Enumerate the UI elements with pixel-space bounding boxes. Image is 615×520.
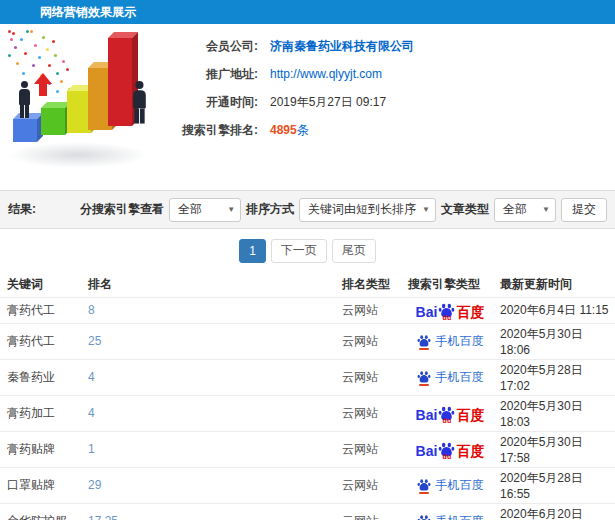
table-row: 膏药代工25云网站手机百度2020年5月30日 18:06 bbox=[0, 323, 615, 359]
growth-chart-clipart bbox=[0, 24, 170, 190]
rank-type-cell: 云网站 bbox=[338, 503, 404, 520]
baidu-logo-du: du bbox=[443, 417, 452, 424]
rank-cell: 1 bbox=[84, 431, 338, 467]
bar-blue bbox=[13, 119, 37, 142]
page-button-current[interactable]: 1 bbox=[239, 239, 266, 263]
rank-link[interactable]: 17,25 bbox=[88, 514, 118, 520]
chevron-down-icon: ▼ bbox=[227, 205, 235, 214]
company-label: 会员公司: bbox=[170, 38, 258, 55]
results-table: 关键词 排名 排名类型 搜索引擎类型 最新更新时间 膏药代工8云网站Baidu百… bbox=[0, 272, 615, 520]
filter-panel: 结果: 分搜索引擎查看 全部 ▼ 排序方式 关键词由短到长排序 ▼ 文章类型 全… bbox=[0, 190, 615, 229]
baidu-logo-bai: Bai bbox=[416, 305, 438, 319]
rank-type-cell: 云网站 bbox=[338, 395, 404, 431]
table-row: 膏药加工4云网站Baidu百度2020年5月30日 18:03 bbox=[0, 395, 615, 431]
mobile-baidu-label: 手机百度 bbox=[436, 513, 484, 520]
updated-cell: 2020年6月20日 09:25 bbox=[496, 503, 615, 520]
baidu-paw-icon bbox=[417, 478, 431, 492]
promo-url-link[interactable]: http://www.qlyyjt.com bbox=[270, 67, 382, 81]
header-engine-type: 搜索引擎类型 bbox=[404, 272, 496, 297]
baidu-paw-icon: du bbox=[438, 302, 455, 319]
page-button-next[interactable]: 下一页 bbox=[271, 239, 327, 263]
page-header: 网络营销效果展示 bbox=[0, 0, 615, 24]
promo-url-label: 推广地址: bbox=[170, 66, 258, 83]
chart-shadow bbox=[8, 142, 148, 168]
table-row: 膏药贴牌1云网站Baidu百度2020年5月30日 17:58 bbox=[0, 431, 615, 467]
info-row-ranking-count: 搜索引擎排名: 4895条 bbox=[170, 116, 615, 144]
rank-link[interactable]: 4 bbox=[88, 370, 95, 384]
chevron-down-icon: ▼ bbox=[542, 205, 550, 214]
mobile-baidu-badge: 手机百度 bbox=[417, 477, 484, 494]
page-button-last[interactable]: 尾页 bbox=[332, 239, 376, 263]
baidu-paw-icon bbox=[417, 370, 431, 384]
keyword-cell: 金华防护服 bbox=[0, 503, 84, 520]
rank-cell: 17,25 bbox=[84, 503, 338, 520]
updated-cell: 2020年5月28日 17:02 bbox=[496, 359, 615, 395]
updated-cell: 2020年6月4日 11:15 bbox=[496, 297, 615, 323]
article-type-select[interactable]: 全部 ▼ bbox=[494, 198, 556, 222]
baidu-paw-icon: du bbox=[438, 441, 455, 458]
baidu-logo: Baidu百度 bbox=[416, 405, 485, 422]
rank-cell: 4 bbox=[84, 359, 338, 395]
account-info-list: 会员公司: 济南秦鲁药业科技有限公司 推广地址: http://www.qlyy… bbox=[170, 24, 615, 190]
sort-label: 排序方式 bbox=[246, 201, 294, 218]
updated-cell: 2020年5月30日 18:06 bbox=[496, 323, 615, 359]
info-row-open-time: 开通时间: 2019年5月27日 09:17 bbox=[170, 88, 615, 116]
keyword-cell: 口罩贴牌 bbox=[0, 467, 84, 503]
baidu-paw-icon bbox=[417, 514, 431, 520]
baidu-logo: Baidu百度 bbox=[416, 441, 485, 458]
baidu-paw-icon bbox=[417, 334, 431, 348]
page-title: 网络营销效果展示 bbox=[40, 4, 136, 21]
rank-link[interactable]: 25 bbox=[88, 334, 101, 348]
engine-cell: 手机百度 bbox=[404, 503, 496, 520]
mobile-baidu-badge: 手机百度 bbox=[417, 333, 484, 350]
engine-cell: Baidu百度 bbox=[404, 395, 496, 431]
rank-link[interactable]: 4 bbox=[88, 406, 95, 420]
table-row: 膏药代工8云网站Baidu百度2020年6月4日 11:15 bbox=[0, 297, 615, 323]
header-updated: 最新更新时间 bbox=[496, 272, 615, 297]
bar-green bbox=[41, 108, 65, 135]
rank-link[interactable]: 8 bbox=[88, 303, 95, 317]
baidu-logo: Baidu百度 bbox=[416, 302, 485, 319]
engine-cell: 手机百度 bbox=[404, 467, 496, 503]
keyword-cell: 膏药代工 bbox=[0, 297, 84, 323]
baidu-logo-cn: 百度 bbox=[456, 305, 484, 319]
rank-cell: 8 bbox=[84, 297, 338, 323]
rank-cell: 29 bbox=[84, 467, 338, 503]
submit-button[interactable]: 提交 bbox=[561, 198, 607, 222]
engine-view-label: 分搜索引擎查看 bbox=[80, 201, 164, 218]
baidu-logo-cn: 百度 bbox=[456, 408, 484, 422]
baidu-logo-bai: Bai bbox=[416, 444, 438, 458]
updated-cell: 2020年5月28日 16:55 bbox=[496, 467, 615, 503]
pagination: 1 下一页 尾页 bbox=[239, 239, 376, 263]
ranking-count-suffix[interactable]: 条 bbox=[297, 123, 309, 137]
rank-type-cell: 云网站 bbox=[338, 323, 404, 359]
table-row: 金华防护服17,25云网站手机百度2020年6月20日 09:25 bbox=[0, 503, 615, 520]
sort-selected: 关键词由短到长排序 bbox=[308, 201, 416, 218]
ranking-count-label: 搜索引擎排名: bbox=[170, 122, 258, 139]
rank-link[interactable]: 29 bbox=[88, 478, 101, 492]
red-up-arrow-icon bbox=[34, 73, 52, 84]
engine-view-selected: 全部 bbox=[178, 201, 202, 218]
rank-link[interactable]: 1 bbox=[88, 442, 95, 456]
engine-cell: 手机百度 bbox=[404, 323, 496, 359]
engine-cell: Baidu百度 bbox=[404, 431, 496, 467]
header-rank: 排名 bbox=[84, 272, 338, 297]
sort-select[interactable]: 关键词由短到长排序 ▼ bbox=[299, 198, 436, 222]
rank-cell: 25 bbox=[84, 323, 338, 359]
baidu-logo-cn: 百度 bbox=[456, 444, 484, 458]
mobile-baidu-badge: 手机百度 bbox=[417, 513, 484, 520]
header-rank-type: 排名类型 bbox=[338, 272, 404, 297]
engine-view-select[interactable]: 全部 ▼ bbox=[169, 198, 241, 222]
chevron-down-icon: ▼ bbox=[422, 205, 430, 214]
company-link[interactable]: 济南秦鲁药业科技有限公司 bbox=[270, 38, 414, 55]
ranking-count-value: 4895 bbox=[270, 123, 297, 137]
pagination-area: 1 下一页 尾页 bbox=[0, 229, 615, 272]
keyword-cell: 膏药加工 bbox=[0, 395, 84, 431]
table-body: 膏药代工8云网站Baidu百度2020年6月4日 11:15膏药代工25云网站手… bbox=[0, 297, 615, 520]
keyword-cell: 秦鲁药业 bbox=[0, 359, 84, 395]
rank-type-cell: 云网站 bbox=[338, 359, 404, 395]
info-row-company: 会员公司: 济南秦鲁药业科技有限公司 bbox=[170, 32, 615, 60]
mobile-baidu-label: 手机百度 bbox=[436, 333, 484, 350]
baidu-logo-du: du bbox=[443, 314, 452, 321]
result-label: 结果: bbox=[8, 201, 36, 218]
